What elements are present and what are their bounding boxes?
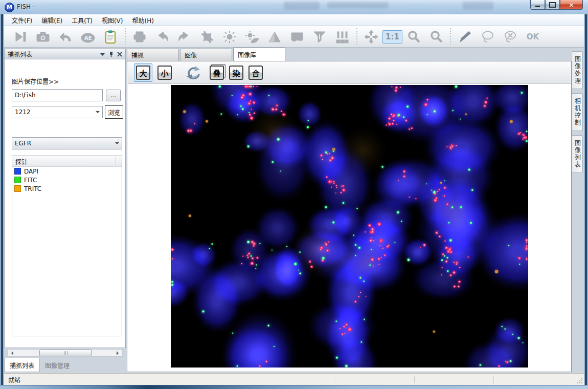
merge-button[interactable]: 合 — [248, 66, 263, 80]
maximize-button[interactable] — [545, 0, 560, 10]
document-area: 捕抓 图像 图像库 大 小 — [127, 49, 572, 372]
save-path-input[interactable]: D:\Fish — [12, 89, 103, 101]
document-tabs: 捕抓 图像 图像库 — [127, 49, 286, 61]
resize-grip[interactable] — [576, 377, 583, 384]
camera-icon — [36, 30, 50, 44]
auto-exposure-button[interactable]: AE — [77, 27, 99, 47]
zoom-out-button[interactable] — [425, 27, 447, 47]
undo-button[interactable] — [151, 27, 173, 47]
list-item[interactable]: FITC — [12, 176, 122, 184]
scroll-right-arrow[interactable] — [115, 350, 122, 356]
tab-capture-list[interactable]: 捕抓列表 — [4, 358, 40, 372]
horizontal-scrollbar[interactable] — [7, 349, 123, 357]
right-tab-strip: 图像处理 相机控制 图像列表 — [572, 49, 584, 372]
panel-menu-chevron-icon[interactable] — [100, 52, 105, 56]
clipboard-icon — [104, 30, 117, 44]
minimize-button[interactable] — [530, 0, 545, 10]
ok-icon: OK — [527, 32, 539, 41]
window-right-border — [584, 14, 588, 389]
menu-help[interactable]: 帮助(H) — [128, 15, 159, 26]
zoom-out-icon — [429, 30, 443, 44]
close-button[interactable]: × — [560, 0, 583, 10]
step-forward-icon — [14, 30, 27, 44]
browse-path-button[interactable]: ... — [106, 90, 121, 101]
pan-button[interactable] — [360, 27, 382, 47]
panel-body: 图片保存位置>> D:\Fish ... 1212 浏览 EGFR 探针 — [4, 59, 126, 348]
crop-button[interactable] — [196, 27, 218, 47]
refresh-button[interactable] — [184, 63, 202, 82]
sharpen-button[interactable] — [263, 27, 286, 47]
ok-button[interactable]: OK — [522, 27, 544, 47]
levels-icon — [335, 30, 349, 44]
tab-camera-control[interactable]: 相机控制 — [572, 93, 583, 131]
overlay-button[interactable]: 叠 — [210, 66, 224, 80]
folder-select[interactable]: 1212 — [12, 106, 103, 118]
menu-file[interactable]: 文件(F) — [7, 15, 37, 26]
back-arrow-icon — [59, 30, 72, 44]
camera-capture-button[interactable] — [32, 27, 54, 47]
probe-color-swatch — [14, 177, 21, 183]
zoom-in-button[interactable] — [402, 27, 425, 47]
panel-header: 捕抓列表 — [4, 49, 126, 59]
pin-icon[interactable] — [109, 51, 114, 57]
menu-view[interactable]: 视图(V) — [97, 15, 128, 26]
status-text: 就绪 — [4, 375, 20, 384]
probe-set-select[interactable]: EGFR — [12, 137, 122, 149]
revert-button[interactable] — [54, 27, 77, 47]
auto-exposure-icon: AE — [80, 30, 96, 44]
background-correct-button[interactable] — [286, 27, 308, 47]
move-arrows-icon — [364, 30, 378, 44]
list-item[interactable]: TRITC — [12, 184, 122, 193]
zoom-1to1-button[interactable]: 1:1 — [382, 30, 402, 44]
window-title: FISH - — [17, 3, 35, 10]
clipboard-button[interactable] — [99, 27, 122, 47]
brightness-button[interactable] — [218, 27, 241, 47]
maximize-icon — [549, 2, 556, 8]
tab-image[interactable]: 图像 — [180, 49, 232, 61]
titlebar[interactable]: M FISH - × — [0, 0, 588, 14]
panel-title: 捕抓列表 — [8, 50, 32, 58]
redo-button[interactable] — [173, 27, 196, 47]
scrollbar-thumb[interactable] — [39, 350, 92, 356]
browse-button[interactable]: 浏览 — [105, 105, 123, 119]
draw-button[interactable] — [454, 27, 477, 47]
erase-region-button[interactable] — [499, 27, 522, 47]
probe-color-swatch — [14, 168, 21, 175]
view-large-selected: 大 — [134, 63, 152, 82]
stain-button[interactable]: 染 — [229, 66, 243, 80]
merge-channels-button[interactable] — [308, 27, 331, 47]
menu-tools[interactable]: 工具(T) — [67, 15, 97, 26]
tab-capture[interactable]: 捕抓 — [127, 49, 179, 61]
probe-list-header: 探针 — [12, 156, 122, 167]
main-toolbar: AE — [4, 26, 584, 48]
tab-image-processing[interactable]: 图像处理 — [572, 51, 583, 89]
status-separator — [493, 376, 494, 383]
sun-icon — [223, 30, 236, 44]
svg-text:AE: AE — [84, 35, 92, 41]
glass-reflection — [284, 2, 320, 10]
lasso-x-icon — [503, 30, 517, 44]
tab-image-manage[interactable]: 图像管理 — [40, 358, 75, 372]
chevron-down-icon — [96, 111, 100, 115]
capture-start-button[interactable] — [9, 27, 32, 47]
zoom-in-icon — [406, 30, 421, 44]
lasso-region-button[interactable] — [477, 27, 499, 47]
levels-button[interactable] — [331, 27, 353, 47]
refresh-icon — [186, 65, 201, 80]
tab-image-library[interactable]: 图像库 — [233, 48, 285, 61]
pencil-icon — [458, 30, 472, 44]
undo-icon — [155, 30, 169, 44]
tab-image-list[interactable]: 图像列表 — [572, 135, 583, 173]
panel-close-icon[interactable] — [117, 52, 122, 57]
color-adjust-button[interactable] — [241, 27, 263, 47]
print-button[interactable] — [128, 27, 151, 47]
scroll-left-arrow[interactable] — [8, 350, 15, 356]
menu-edit[interactable]: 编辑(E) — [37, 15, 67, 26]
list-item[interactable]: DAPI — [12, 167, 122, 176]
pyramid-icon — [268, 30, 281, 44]
view-small-button[interactable]: 小 — [157, 66, 172, 80]
view-large-button[interactable]: 大 — [136, 66, 150, 80]
gallery-toolbar: 大 小 叠 — [128, 62, 571, 84]
image-library-page: 大 小 叠 — [127, 61, 572, 372]
glass-reflection — [327, 2, 389, 8]
